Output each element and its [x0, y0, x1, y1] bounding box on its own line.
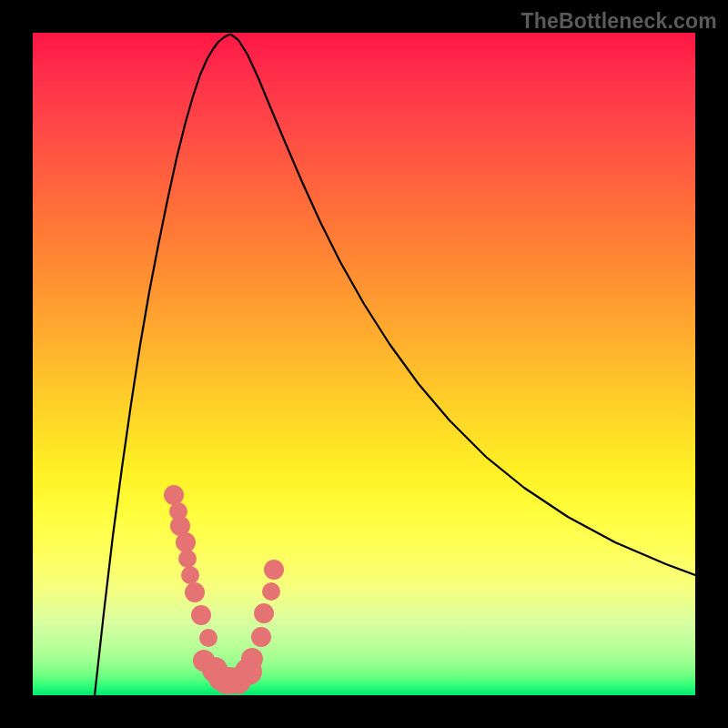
cluster-dot: [185, 582, 205, 602]
cluster-dots: [164, 485, 284, 694]
cluster-dot: [262, 582, 280, 601]
cluster-dot: [176, 532, 196, 552]
cluster-dot: [264, 560, 284, 580]
chart-frame: TheBottleneck.com: [0, 0, 728, 728]
cluster-dot: [199, 629, 217, 647]
cluster-dot: [164, 485, 184, 505]
chart-svg: [33, 33, 695, 695]
left-curve: [95, 35, 229, 695]
right-curve: [231, 35, 695, 575]
cluster-dot: [254, 603, 274, 623]
cluster-dot: [181, 566, 199, 584]
cluster-dot: [191, 605, 211, 625]
watermark-text: TheBottleneck.com: [521, 9, 717, 34]
cluster-dot: [241, 648, 263, 670]
cluster-dot: [251, 627, 271, 647]
cluster-dot: [178, 550, 197, 568]
